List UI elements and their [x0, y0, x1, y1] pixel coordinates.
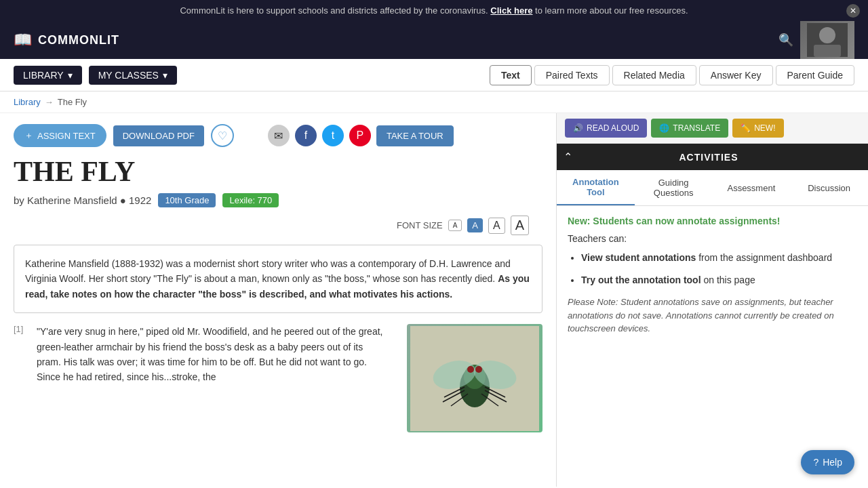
- heart-icon: ♡: [218, 129, 227, 142]
- tab-discussion[interactable]: Discussion: [790, 170, 868, 205]
- speaker-icon: 🔊: [573, 123, 583, 133]
- intro-box: Katherine Mansfield (1888-1932) was a mo…: [14, 245, 542, 313]
- download-pdf-button[interactable]: DOWNLOAD PDF: [113, 125, 204, 146]
- take-a-tour-button[interactable]: TAKE A TOUR: [376, 125, 454, 146]
- bullet-2-rest: on this page: [703, 274, 755, 285]
- tab-parent-guide[interactable]: Parent Guide: [776, 65, 855, 85]
- my-classes-chevron-icon: ▾: [163, 70, 167, 81]
- chevron-up-icon: ⌃: [564, 151, 572, 163]
- pinterest-icon[interactable]: P: [349, 125, 371, 146]
- main-container: ＋ ASSIGN TEXT DOWNLOAD PDF ♡ ✉ f t P TAK…: [0, 113, 868, 487]
- nav-bar: LIBRARY ▾ MY CLASSES ▾ Text Paired Texts…: [0, 59, 868, 92]
- tab-paired-texts[interactable]: Paired Texts: [534, 65, 610, 85]
- read-aloud-button[interactable]: 🔊 READ ALOUD: [565, 119, 647, 138]
- video-thumb-inner: [800, 21, 854, 59]
- read-aloud-label: READ ALOUD: [587, 123, 639, 133]
- help-button[interactable]: ? Help: [801, 450, 854, 474]
- panel-top-actions: 🔊 READ ALOUD 🌐 TRANSLATE ✏️ NEW!: [557, 113, 868, 144]
- discussion-label: Discussion: [808, 183, 850, 193]
- right-panel: 🔊 READ ALOUD 🌐 TRANSLATE ✏️ NEW! ⌃ ACTIV…: [556, 113, 868, 487]
- paragraph-text: "Y'are very snug in here," piped old Mr.…: [37, 324, 389, 438]
- content-area: ＋ ASSIGN TEXT DOWNLOAD PDF ♡ ✉ f t P TAK…: [0, 113, 556, 487]
- bullet-1-bold: View student annotations: [581, 252, 696, 263]
- author: by Katherine Mansfield: [14, 195, 117, 206]
- email-icon[interactable]: ✉: [268, 125, 290, 146]
- breadcrumb-arrow: →: [45, 97, 54, 107]
- video-thumbnail[interactable]: [800, 21, 854, 59]
- font-size-label: FONT SIZE: [397, 220, 443, 230]
- download-pdf-label: DOWNLOAD PDF: [123, 131, 195, 141]
- translate-label: TRANSLATE: [673, 123, 720, 133]
- bullet-2: Try out the annotation tool on this page: [581, 273, 857, 287]
- banner-text-before: CommonLit is here to support schools and…: [180, 5, 488, 16]
- teachers-can-label: Teachers can:: [568, 233, 857, 244]
- lexile-badge: Lexile: 770: [222, 193, 279, 207]
- font-size-small[interactable]: A: [448, 220, 462, 231]
- tab-text[interactable]: Text: [490, 65, 532, 85]
- breadcrumb: Library → The Fly: [0, 92, 868, 113]
- banner-link[interactable]: Click here: [490, 5, 532, 16]
- library-label: LIBRARY: [23, 70, 64, 81]
- assessment-label: Assessment: [727, 183, 775, 193]
- banner-text-after: to learn more about our free resources.: [535, 5, 688, 16]
- new-feature-text: New: Students can now annotate assignmen…: [568, 216, 857, 226]
- take-a-tour-label: TAKE A TOUR: [387, 131, 443, 141]
- plus-icon: ＋: [24, 129, 33, 142]
- assign-text-button[interactable]: ＋ ASSIGN TEXT: [14, 124, 106, 147]
- library-nav[interactable]: LIBRARY ▾: [14, 66, 82, 85]
- twitter-icon[interactable]: t: [322, 125, 344, 146]
- year: 1922: [129, 195, 151, 206]
- social-icons: ✉ f t P TAKE A TOUR: [268, 125, 454, 146]
- font-size-xlarge[interactable]: A: [511, 216, 529, 235]
- logo[interactable]: 📖 COMMONLIT: [14, 31, 119, 49]
- my-classes-nav[interactable]: MY CLASSES ▾: [89, 66, 177, 85]
- facebook-icon[interactable]: f: [295, 125, 317, 146]
- svg-point-1: [819, 27, 835, 43]
- activities-collapse-button[interactable]: ⌃: [564, 150, 572, 163]
- tab-annotation-tool[interactable]: AnnotationTool: [557, 170, 635, 205]
- author-year: by Katherine Mansfield ● 1922: [14, 195, 151, 206]
- tab-related-media[interactable]: Related Media: [612, 65, 696, 85]
- assign-text-label: ASSIGN TEXT: [37, 131, 96, 141]
- svg-rect-2: [814, 45, 841, 57]
- breadcrumb-current: The Fly: [58, 97, 87, 107]
- header-right: 🔍: [778, 21, 854, 59]
- tab-guiding-questions[interactable]: GuidingQuestions: [635, 170, 713, 205]
- paragraph-number: [1]: [14, 324, 30, 438]
- fly-image: [407, 324, 542, 432]
- activities-header: ⌃ ACTIVITIES: [557, 144, 868, 170]
- book-icon: 📖: [14, 31, 33, 49]
- favorite-button[interactable]: ♡: [211, 124, 234, 147]
- bullet-sep: ●: [120, 195, 129, 206]
- breadcrumb-library[interactable]: Library: [14, 97, 41, 107]
- activities-title: ACTIVITIES: [679, 152, 738, 163]
- translate-button[interactable]: 🌐 TRANSLATE: [651, 119, 728, 138]
- panel-content: New: Students can now annotate assignmen…: [557, 206, 868, 487]
- font-size-medium[interactable]: A: [467, 218, 483, 232]
- font-size-row: FONT SIZE A A A A: [14, 216, 529, 235]
- bullet-1: View student annotations from the assign…: [581, 251, 857, 265]
- panel-note: Please Note: Student annotations save on…: [568, 296, 857, 336]
- action-row: ＋ ASSIGN TEXT DOWNLOAD PDF ♡ ✉ f t P TAK…: [14, 124, 542, 147]
- my-classes-label: MY CLASSES: [98, 70, 159, 81]
- bullet-1-rest: from the assignment dashboard: [698, 252, 832, 263]
- new-label: NEW!: [754, 123, 775, 133]
- logo-text: COMMONLIT: [38, 33, 119, 47]
- announcement-banner: CommonLit is here to support schools and…: [0, 0, 868, 21]
- tab-assessment[interactable]: Assessment: [713, 170, 791, 205]
- font-size-large[interactable]: A: [488, 218, 505, 234]
- new-button[interactable]: ✏️ NEW!: [732, 119, 783, 138]
- site-header: 📖 COMMONLIT 🔍: [0, 21, 868, 59]
- svg-point-9: [475, 366, 482, 373]
- paragraph-row: [1] "Y'are very snug in here," piped old…: [14, 324, 542, 438]
- tab-answer-key[interactable]: Answer Key: [699, 65, 773, 85]
- close-icon[interactable]: ✕: [846, 4, 860, 18]
- grade-badge: 10th Grade: [158, 193, 216, 207]
- text-title: THE FLY: [14, 155, 542, 188]
- pencil-icon: ✏️: [741, 123, 751, 133]
- activities-bullet-list: View student annotations from the assign…: [568, 251, 857, 287]
- text-meta: by Katherine Mansfield ● 1922 10th Grade…: [14, 193, 542, 207]
- help-label: Help: [823, 457, 842, 468]
- search-icon[interactable]: 🔍: [778, 33, 793, 47]
- activities-tabs: AnnotationTool GuidingQuestions Assessme…: [557, 170, 868, 206]
